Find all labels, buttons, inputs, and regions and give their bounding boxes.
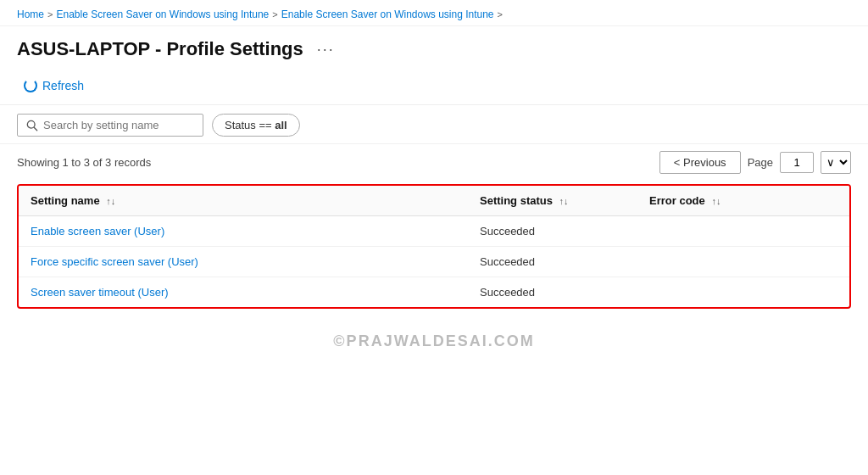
breadcrumb-sep-2: > <box>272 9 277 20</box>
more-options-button[interactable]: ··· <box>312 39 340 60</box>
records-row: Showing 1 to 3 of 3 records < Previous P… <box>0 144 868 181</box>
page-title: ASUS-LAPTOP - Profile Settings <box>17 38 303 60</box>
svg-line-1 <box>34 127 37 131</box>
toolbar: Refresh <box>0 69 868 105</box>
status-filter-prefix: Status == <box>225 119 275 131</box>
cell-setting-name[interactable]: Screen saver timeout (User) <box>19 277 468 308</box>
cell-error-code <box>637 277 849 308</box>
cell-error-code <box>637 216 849 247</box>
table-header-row: Setting name ↑↓ Setting status ↑↓ Error … <box>19 186 849 216</box>
status-filter-button[interactable]: Status == all <box>212 114 300 137</box>
col-header-setting-name[interactable]: Setting name ↑↓ <box>19 186 468 216</box>
settings-table: Setting name ↑↓ Setting status ↑↓ Error … <box>19 186 849 307</box>
watermark: ©PRAJWALDESAI.COM <box>0 317 868 355</box>
breadcrumb-sep-3: > <box>498 9 503 20</box>
setting-name-link[interactable]: Enable screen saver (User) <box>31 225 164 238</box>
col-header-error-code[interactable]: Error code ↑↓ <box>637 186 849 216</box>
breadcrumb-sep-1: > <box>47 9 53 20</box>
table-row: Screen saver timeout (User)Succeeded <box>19 277 849 308</box>
cell-setting-status: Succeeded <box>468 247 637 277</box>
page-label: Page <box>748 156 773 169</box>
breadcrumb: Home > Enable Screen Saver on Windows us… <box>0 0 868 26</box>
previous-button[interactable]: < Previous <box>659 151 741 174</box>
breadcrumb-item-2[interactable]: Enable Screen Saver on Windows using Int… <box>281 8 494 20</box>
cell-setting-name[interactable]: Enable screen saver (User) <box>19 216 468 247</box>
sort-arrows-setting-name: ↑↓ <box>106 196 115 206</box>
col-header-setting-status[interactable]: Setting status ↑↓ <box>468 186 637 216</box>
sort-arrows-setting-status: ↑↓ <box>559 196 569 206</box>
cell-setting-name[interactable]: Force specific screen saver (User) <box>19 247 468 277</box>
records-info: Showing 1 to 3 of 3 records <box>17 156 151 169</box>
cell-setting-status: Succeeded <box>468 216 637 247</box>
cell-error-code <box>637 247 849 277</box>
search-input[interactable] <box>43 119 194 131</box>
status-filter-value: all <box>275 119 287 131</box>
cell-setting-status: Succeeded <box>468 277 637 308</box>
page-size-dropdown[interactable]: ∨ <box>821 151 851 174</box>
sort-arrows-error-code: ↑↓ <box>711 196 721 206</box>
refresh-label: Refresh <box>42 79 84 92</box>
page-input[interactable] <box>780 152 814 173</box>
settings-table-container: Setting name ↑↓ Setting status ↑↓ Error … <box>17 184 851 309</box>
table-row: Enable screen saver (User)Succeeded <box>19 216 849 247</box>
refresh-button[interactable]: Refresh <box>17 75 91 96</box>
table-row: Force specific screen saver (User)Succee… <box>19 247 849 277</box>
filters-row: Status == all <box>0 105 868 144</box>
pagination: < Previous Page ∨ <box>659 151 851 174</box>
search-box[interactable] <box>17 114 203 137</box>
page-header: ASUS-LAPTOP - Profile Settings ··· <box>0 26 868 69</box>
refresh-icon <box>24 79 37 92</box>
setting-name-link[interactable]: Force specific screen saver (User) <box>31 255 198 268</box>
search-icon <box>26 120 38 131</box>
breadcrumb-home[interactable]: Home <box>17 8 44 20</box>
breadcrumb-item-1[interactable]: Enable Screen Saver on Windows using Int… <box>56 8 269 20</box>
setting-name-link[interactable]: Screen saver timeout (User) <box>31 286 169 299</box>
